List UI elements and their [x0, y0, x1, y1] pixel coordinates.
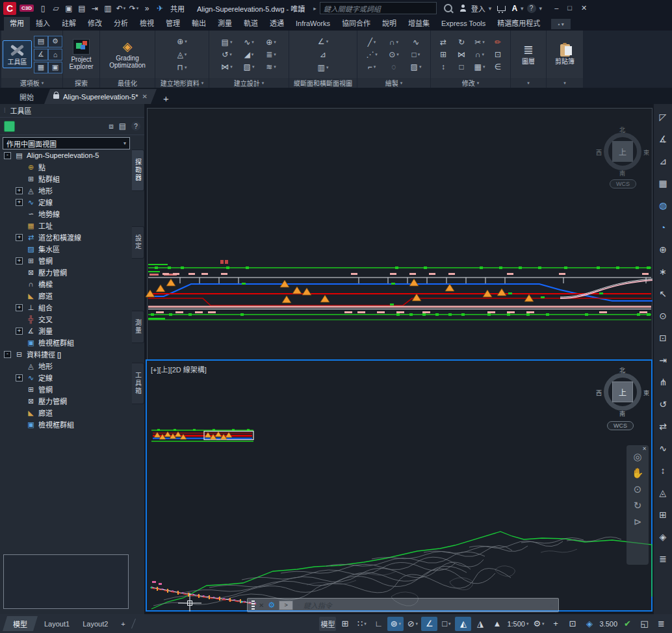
ribbon-tab[interactable]: 說明 — [376, 17, 402, 31]
drawing-tab[interactable]: Align-Superelevation-5* ✕ — [44, 89, 157, 104]
panorama-icon[interactable]: ▤ — [119, 122, 126, 131]
feature-lines-node[interactable]: ∽ 地勢線 — [1, 208, 131, 220]
viewport-controls-label[interactable]: [+][上][2D 線架構] — [151, 364, 207, 374]
qat-more-icon[interactable]: » — [141, 3, 153, 14]
navigation-wheel-icon[interactable]: ◎ — [633, 452, 641, 462]
xline-icon[interactable]: ⋰▾ — [361, 49, 382, 60]
sites-node[interactable]: ▦ 工址 — [1, 220, 131, 231]
command-customize-icon[interactable]: ⚙ — [268, 601, 275, 610]
fillet-icon[interactable]: ∩▾ — [471, 49, 489, 60]
angle-measure-icon[interactable]: ∡ — [655, 128, 671, 150]
ribbon-tab[interactable]: 精選應用程式 — [491, 17, 546, 31]
geolocation-icon[interactable]: ◍ — [655, 194, 671, 216]
save-as-icon[interactable]: ▤ — [76, 3, 88, 14]
ribbon-tab[interactable]: 常用 — [4, 17, 30, 31]
tree-expander[interactable]: - — [4, 152, 11, 159]
redo-icon[interactable]: ↷▾ — [128, 3, 140, 14]
elevation-icon[interactable]: ◈ — [581, 617, 597, 631]
start-tab[interactable]: 開始 — [10, 89, 43, 104]
tree-expander[interactable]: + — [16, 257, 23, 265]
annotation-monitor-icon[interactable]: + — [547, 617, 563, 631]
online-map-icon[interactable]: ◔ — [655, 216, 671, 239]
ribbon-tab[interactable]: 修改 — [82, 17, 108, 31]
search-icon[interactable] — [444, 4, 452, 12]
annotation-scale-icon[interactable]: ▲ — [489, 617, 505, 631]
survey-import-icon[interactable]: ⊓▾ — [174, 62, 190, 73]
select-point-icon[interactable]: ↖ — [655, 283, 671, 305]
sheet-set-icon[interactable]: ▦ — [34, 62, 48, 73]
ribbon-tab[interactable]: 輸出 — [186, 17, 212, 31]
save-icon[interactable]: ▣ — [63, 3, 75, 14]
toolspace-button[interactable]: 工具區 — [3, 40, 32, 68]
wcs-menu-bottom[interactable]: WCS — [607, 421, 634, 430]
navigation-bar[interactable]: ✕ ◎ ✋ ⊙ ↻ ⊳ — [627, 445, 649, 565]
ribbon-tab[interactable]: 插入 — [30, 17, 56, 31]
zoom-icon[interactable]: ⊙ — [634, 484, 642, 495]
point-groups-node[interactable]: ⊞ 點群組 — [1, 173, 131, 185]
panel-label-explore[interactable]: 探索 — [63, 78, 99, 88]
graphics-performance-icon[interactable]: ✔ — [619, 617, 636, 631]
toolbox-palette-icon[interactable]: ⌂ — [48, 49, 62, 60]
customization-icon[interactable]: ≣ — [653, 617, 669, 631]
pressure-networks-node[interactable]: ⊠ 壓力管網 — [1, 266, 131, 278]
sheet-set-manager-icon[interactable]: ◸ — [655, 106, 671, 128]
annotation-autoscale-icon[interactable]: ◮ — [472, 617, 488, 631]
surfaces-menu-icon[interactable]: ◬▾ — [174, 49, 190, 60]
viewcube-face[interactable]: 上 — [612, 381, 633, 402]
workspace-icon[interactable]: ⚙▾ — [530, 617, 547, 631]
offset-icon[interactable]: ∈ — [489, 61, 507, 72]
toolspace-title-bar[interactable]: ⁞ 工具區 — [0, 104, 144, 118]
parcel-icon[interactable]: ▤▾ — [216, 36, 237, 47]
grid-tool-icon[interactable]: ⊞ — [655, 504, 671, 526]
command-history-icon[interactable]: > — [279, 601, 293, 610]
erase-icon[interactable]: ✏ — [489, 36, 507, 47]
corridor-icon[interactable]: ▧▾ — [239, 61, 259, 72]
move-icon[interactable]: ⇄ — [435, 36, 452, 47]
help-icon[interactable]: ? — [527, 4, 536, 13]
panel-label-optimize[interactable]: 最佳化 — [100, 78, 155, 88]
grid-display-icon[interactable]: ⊞ — [337, 617, 353, 631]
command-input[interactable]: 鍵入指令 — [304, 600, 332, 610]
ribbon-tab[interactable]: Express Tools — [435, 17, 491, 31]
points-menu-icon[interactable]: ⊕▾ — [174, 36, 190, 47]
undo-icon[interactable]: ↶▾ — [115, 3, 127, 14]
clean-screen-icon[interactable]: ◱ — [636, 617, 653, 631]
pipe-network-icon[interactable]: ≋▾ — [261, 61, 281, 72]
ortho-mode-icon[interactable]: ∟ — [370, 617, 387, 631]
elevation-value[interactable]: 3.500 — [598, 617, 619, 631]
copy-icon[interactable]: ⊞ — [435, 49, 452, 60]
title-arrow-icon[interactable]: ▸ — [313, 5, 317, 12]
hatch-icon[interactable]: ▨▾ — [406, 61, 426, 72]
osnap-tracking-icon[interactable]: ∠ — [421, 617, 437, 631]
tree-expander[interactable]: + — [16, 199, 23, 206]
properties-palette-icon[interactable]: ▣ — [48, 62, 62, 73]
orbit-icon[interactable]: ↻ — [634, 500, 642, 511]
user-icon[interactable] — [459, 5, 467, 12]
object-snap-icon[interactable]: □▾ — [438, 617, 454, 631]
offset-tool-icon[interactable]: ↺ — [655, 393, 671, 415]
feature-line-icon[interactable]: ↺▾ — [216, 49, 237, 60]
ribbon-tab[interactable]: 協同合作 — [336, 17, 376, 31]
tab-prospector[interactable]: 探勘器 — [132, 149, 144, 191]
layout1-tab[interactable]: Layout1 — [38, 616, 76, 631]
edit-polyline-icon[interactable]: ⊡ — [655, 327, 671, 349]
command-expand-icon[interactable]: ▲ — [549, 602, 554, 608]
help-caret-icon[interactable]: ▾ — [539, 5, 543, 12]
polyline-icon[interactable]: ∿ — [406, 36, 426, 47]
ribbon-tab[interactable]: InfraWorks — [290, 17, 336, 31]
explode-icon[interactable]: ⊡ — [489, 49, 507, 60]
project-explorer-button[interactable]: Project Explorer — [65, 37, 97, 72]
view-frame-groups-node[interactable]: ▣ 檢視框群組 — [1, 337, 131, 348]
layer-properties-icon[interactable]: ▤ — [34, 36, 48, 47]
new-drawing-tab-button[interactable]: + — [158, 93, 174, 104]
grading-optimization-button[interactable]: ◈ Grading Optimization — [111, 38, 144, 71]
annotation-scale-value[interactable]: 1:500▾ — [506, 617, 530, 631]
bridges-node[interactable]: ∩ 橋樑 — [1, 278, 131, 290]
array-icon[interactable]: ▦▾ — [471, 61, 489, 72]
command-line[interactable]: ✕ ⚙ > ▾ 鍵入指令 ▲ — [247, 598, 559, 612]
autodesk-caret-icon[interactable]: ▾ — [521, 5, 524, 12]
snap-mode-icon[interactable]: ∷▾ — [354, 617, 370, 631]
turnouts-crossovers-node[interactable]: + ⇄ 道岔和橫渡線 — [1, 231, 131, 243]
survey-palette-icon[interactable]: ∡ — [34, 49, 48, 60]
viewport-bottom-active[interactable] — [146, 359, 653, 612]
